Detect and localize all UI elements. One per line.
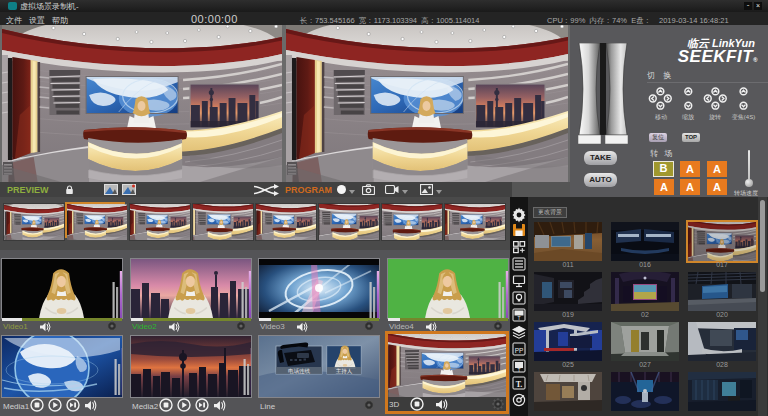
svg-text:主持人: 主持人 (336, 368, 353, 375)
svg-text:变焦(4S): 变焦(4S) (732, 113, 755, 121)
svg-text:移动: 移动 (655, 114, 667, 121)
svg-text:T: T (517, 367, 520, 373)
svg-text:旋转: 旋转 (709, 114, 721, 121)
svg-text:电话连线: 电话连线 (288, 368, 311, 375)
svg-text:PP: PP (515, 347, 524, 354)
svg-text:缩放: 缩放 (682, 113, 694, 121)
svg-text:T.: T. (516, 380, 523, 389)
svg-text:T: T (517, 315, 520, 321)
